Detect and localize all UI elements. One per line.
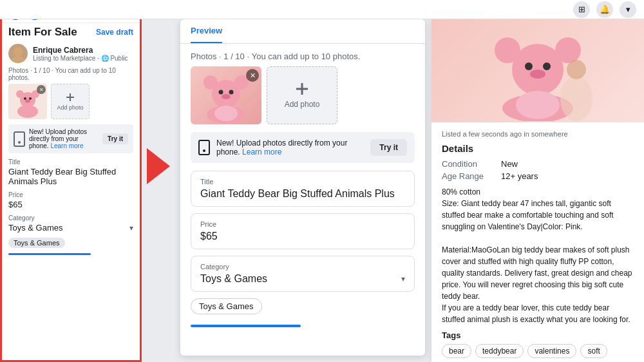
price-field-small: Price $65 [2, 191, 140, 214]
photos-label-small: Photos · 1 / 10 · You can add up to 10 p… [2, 67, 140, 84]
title-label-small: Title [8, 158, 133, 166]
photos-count: Photos · 1 / 10 · [191, 52, 249, 61]
price-value-small[interactable]: $65 [8, 200, 133, 209]
category-chip-small[interactable]: Toys & Games [8, 238, 65, 248]
category-card[interactable]: Category Toys & Games ▾ [191, 256, 415, 292]
category-select-small[interactable]: Toys & Games ▾ [8, 223, 133, 233]
add-photo-button-main[interactable]: Add photo [267, 66, 337, 124]
svg-rect-20 [296, 88, 308, 90]
user-subtitle: Listing to Marketplace · 🌐 Public [33, 55, 128, 62]
progress-bar-main [191, 325, 301, 327]
condition-row: Condition New [442, 159, 634, 169]
user-row: Enrique Cabrera Listing to Marketplace ·… [2, 40, 140, 67]
description-text: 80% cotton Size: Giant teddy bear 47 inc… [442, 186, 634, 325]
left-panel-title: Item For Sale [8, 26, 77, 39]
title-field-small: Title Giant Teddy Bear Big Stuffed Anima… [2, 158, 140, 191]
svg-rect-10 [66, 97, 74, 98]
photo-thumbnail-small[interactable]: ✕ [8, 84, 47, 119]
grid-icon-button[interactable]: ⊞ [573, 1, 590, 18]
category-card-value: Toys & Games ▾ [200, 273, 405, 285]
tag-chip-bear[interactable]: bear [442, 344, 471, 358]
photos-subtext: You can add up to 10 photos. [252, 52, 361, 61]
svg-point-13 [204, 75, 218, 90]
age-range-label: Age Range [442, 171, 493, 181]
preview-tab[interactable]: Preview [191, 19, 222, 43]
try-it-button-main[interactable]: Try it [370, 139, 407, 156]
tags-row: bear teddybear valentines soft cuddle [442, 344, 634, 362]
svg-point-29 [560, 76, 592, 121]
svg-point-7 [29, 97, 32, 100]
listing-status: Listed a few seconds ago in somewhere [442, 130, 634, 138]
upload-banner-main: New! Upload photos directly from your ph… [191, 132, 415, 163]
progress-bar-small [8, 253, 91, 255]
photos-row-main: ✕ Add photo [180, 66, 425, 132]
title-card-label: Title [200, 178, 405, 186]
upload-banner-text-main: New! Upload photos directly from your ph… [216, 138, 347, 157]
chevron-down-icon-main: ▾ [401, 274, 405, 283]
arrow-indicator [147, 148, 170, 184]
user-info: Enrique Cabrera Listing to Marketplace ·… [33, 46, 128, 62]
tag-chip-teddybear[interactable]: teddybear [475, 344, 524, 358]
tags-section: Tags bear teddybear valentines soft cudd… [442, 330, 634, 362]
svg-point-8 [25, 99, 30, 102]
category-card-label: Category [200, 263, 405, 271]
category-field-small: Category Toys & Games ▾ [2, 214, 140, 235]
learn-more-link-small[interactable]: Learn more [50, 142, 83, 149]
title-value-small[interactable]: Giant Teddy Bear Big Stuffed Animals Plu… [8, 167, 133, 186]
svg-point-16 [229, 90, 234, 94]
remove-photo-button-main[interactable]: ✕ [246, 69, 259, 82]
add-photo-label-small: Add photo [57, 104, 83, 111]
svg-point-0 [14, 47, 23, 56]
svg-point-24 [555, 37, 581, 63]
svg-point-23 [495, 37, 520, 63]
svg-point-1 [12, 56, 24, 63]
avatar [8, 44, 28, 63]
category-label-small: Category [8, 214, 133, 222]
listing-image [431, 19, 644, 122]
tag-chip-soft[interactable]: soft [580, 344, 607, 358]
arrow-right-icon [147, 148, 170, 184]
learn-more-link-main[interactable]: Learn more [242, 148, 281, 157]
category-value-small: Toys & Games [8, 223, 63, 233]
left-panel-title-row: Item For Sale Save draft [2, 23, 140, 40]
photos-header-main: Photos · 1 / 10 · You can add up to 10 p… [180, 44, 425, 66]
price-card-value: $65 [200, 231, 405, 242]
svg-point-27 [530, 70, 545, 79]
title-card-value: Giant Teddy Bear Big Stuffed Animals Plu… [200, 188, 405, 200]
svg-point-4 [16, 90, 24, 98]
user-name: Enrique Cabrera [33, 46, 128, 55]
svg-point-15 [219, 90, 223, 94]
age-range-row: Age Range 12+ years [442, 171, 634, 181]
photos-row-small: ✕ Add photo [2, 84, 140, 124]
photo-thumbnail-main[interactable]: ✕ [191, 66, 261, 124]
category-chip-main[interactable]: Toys & Games [191, 298, 262, 314]
upload-banner-small: New! Upload photos directly from your ph… [8, 124, 133, 153]
svg-point-28 [516, 91, 560, 119]
svg-point-17 [222, 94, 231, 99]
preview-panel: Preview Photos · 1 / 10 · You can add up… [180, 19, 425, 356]
try-it-button-small[interactable]: Try it [102, 133, 128, 144]
condition-label: Condition [442, 159, 493, 169]
svg-point-6 [24, 97, 26, 100]
tags-label: Tags [442, 330, 634, 340]
remove-photo-button-small[interactable]: ✕ [37, 85, 46, 94]
condition-value: New [501, 159, 518, 169]
right-panel-content: Listed a few seconds ago in somewhere De… [431, 122, 644, 362]
title-card[interactable]: Title Giant Teddy Bear Big Stuffed Anima… [191, 171, 415, 207]
price-card-label: Price [200, 220, 405, 228]
tag-chip-valentines[interactable]: valentines [527, 344, 576, 358]
chevron-icon-button[interactable]: ▾ [620, 1, 636, 18]
plus-icon-main [295, 82, 309, 96]
bell-icon-button[interactable]: 🔔 [596, 1, 613, 18]
add-photo-button-small[interactable]: Add photo [51, 84, 90, 119]
teddy-bear-hero-image [473, 21, 602, 121]
price-card[interactable]: Price $65 [191, 213, 415, 249]
svg-point-30 [567, 60, 586, 79]
phone-icon-main [198, 140, 210, 155]
price-label-small: Price [8, 191, 133, 198]
details-title: Details [442, 143, 634, 154]
preview-tab-row: Preview [180, 19, 425, 44]
add-photo-label-main: Add photo [285, 100, 320, 109]
svg-point-18 [214, 106, 238, 121]
save-draft-button[interactable]: Save draft [96, 28, 133, 37]
